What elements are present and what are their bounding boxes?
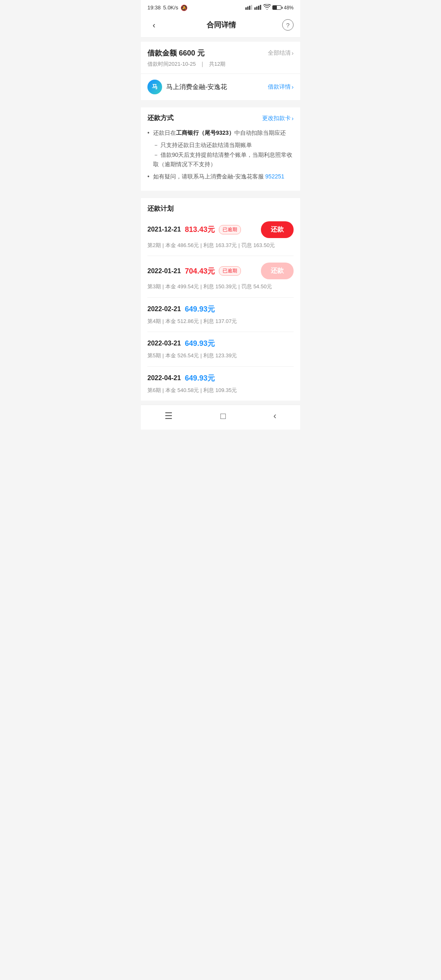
- home-icon: □: [220, 411, 226, 421]
- plan-date: 2021-12-21: [147, 226, 181, 233]
- nav-menu-button[interactable]: ☰: [165, 411, 173, 421]
- loan-detail-button[interactable]: 借款详情 ›: [268, 83, 294, 91]
- repay-method-list: 还款日在工商银行（尾号9323）中自动扣除当期应还 － 只支持还款日主动还款结清…: [147, 128, 294, 182]
- repay-button[interactable]: 还款: [261, 263, 294, 279]
- plan-date: 2022-01-21: [147, 267, 181, 275]
- svg-rect-0: [245, 7, 247, 10]
- settle-all-button[interactable]: 全部结清 ›: [268, 49, 294, 57]
- loan-summary-section: 借款金额 6600 元 全部结清 › 借款时间2021-10-25 ｜ 共12期…: [141, 42, 300, 100]
- help-button[interactable]: ?: [282, 19, 294, 31]
- nav-back-button[interactable]: ‹: [273, 411, 276, 421]
- repay-method-item-2: － 只支持还款日主动还款结清当期账单 － 借款90天后支持提前结清整个账单，当期…: [147, 140, 294, 169]
- status-left: 19:38 5.0K/s 🔕: [147, 4, 187, 11]
- svg-rect-5: [256, 7, 257, 10]
- signal-icon: [245, 4, 253, 11]
- page-title: 合同详情: [207, 20, 236, 30]
- plan-amount: 704.43元: [185, 266, 215, 276]
- settle-chevron-icon: ›: [292, 50, 294, 56]
- divider-1: [141, 104, 300, 107]
- loan-date: 借款时间2021-10-25: [147, 61, 196, 67]
- change-card-chevron-icon: ›: [292, 115, 294, 122]
- network-speed: 5.0K/s: [163, 4, 178, 11]
- status-right: 48%: [245, 4, 294, 11]
- repay-button[interactable]: 还款: [261, 221, 294, 238]
- bottom-nav: ☰ □ ‹: [141, 405, 300, 430]
- repay-method-section: 还款方式 更改扣款卡 › 还款日在工商银行（尾号9323）中自动扣除当期应还 －…: [141, 107, 300, 191]
- repay-plan-title: 还款计划: [147, 205, 294, 213]
- plan-date: 2022-03-21: [147, 340, 181, 347]
- detail-chevron-icon: ›: [292, 84, 294, 90]
- lender-row: 马 马上消费金融-安逸花 借款详情 ›: [141, 74, 300, 100]
- battery-indicator: 48%: [272, 5, 294, 11]
- plan-item: 2022-04-21649.93元第6期 | 本金 540.58元 | 利息 1…: [147, 367, 294, 401]
- plan-amount: 649.93元: [185, 339, 215, 348]
- wifi-icon: [263, 4, 271, 11]
- battery-percent: 48%: [284, 5, 294, 11]
- change-card-button[interactable]: 更改扣款卡 ›: [262, 115, 294, 122]
- repay-method-item-1: 还款日在工商银行（尾号9323）中自动扣除当期应还: [147, 128, 294, 138]
- plan-detail: 第2期 | 本金 486.56元 | 利息 163.37元 | 罚息 163.5…: [147, 241, 294, 249]
- status-bar: 19:38 5.0K/s 🔕: [141, 0, 300, 13]
- plan-item: 2022-03-21649.93元第5期 | 本金 526.54元 | 利息 1…: [147, 332, 294, 367]
- back-button[interactable]: ‹: [147, 18, 160, 31]
- svg-rect-7: [260, 5, 261, 10]
- svg-rect-6: [258, 6, 259, 10]
- plan-detail: 第3期 | 本金 499.54元 | 利息 150.39元 | 罚息 54.50…: [147, 283, 294, 291]
- plan-date: 2022-04-21: [147, 374, 181, 382]
- svg-rect-4: [254, 7, 256, 10]
- time: 19:38: [147, 4, 161, 11]
- no-notification-icon: 🔕: [180, 4, 187, 11]
- loan-amount-title: 借款金额 6600 元: [147, 48, 205, 58]
- plan-detail: 第5期 | 本金 526.54元 | 利息 123.39元: [147, 352, 294, 360]
- plan-item: 2022-01-21704.43元已逾期还款第3期 | 本金 499.54元 |…: [147, 256, 294, 298]
- plan-date: 2022-02-21: [147, 305, 181, 313]
- signal-icon-2: [254, 4, 262, 11]
- plan-detail: 第6期 | 本金 540.58元 | 利息 109.35元: [147, 386, 294, 394]
- plan-items-container: 2021-12-21813.43元已逾期还款第2期 | 本金 486.56元 |…: [147, 215, 294, 401]
- back-nav-icon: ‹: [273, 411, 276, 421]
- loan-meta: 借款时间2021-10-25 ｜ 共12期: [147, 60, 294, 68]
- plan-item: 2022-02-21649.93元第4期 | 本金 512.86元 | 利息 1…: [147, 298, 294, 332]
- bank-name: 工商银行（尾号9323）: [176, 129, 234, 136]
- loan-periods: 共12期: [209, 61, 225, 67]
- menu-icon: ☰: [165, 411, 173, 421]
- repay-method-item-3: 如有疑问，请联系马上消费金融-安逸花客服 952251: [147, 172, 294, 182]
- lender-name: 马上消费金融-安逸花: [166, 83, 227, 91]
- lender-icon: 马: [147, 80, 162, 94]
- overdue-badge: 已逾期: [219, 266, 241, 276]
- nav-home-button[interactable]: □: [220, 411, 226, 421]
- repay-method-title: 还款方式: [147, 114, 174, 122]
- plan-amount: 813.43元: [185, 225, 215, 234]
- repay-plan-section: 还款计划 2021-12-21813.43元已逾期还款第2期 | 本金 486.…: [141, 198, 300, 401]
- plan-detail: 第4期 | 本金 512.86元 | 利息 137.07元: [147, 317, 294, 325]
- svg-rect-1: [247, 7, 248, 10]
- plan-amount: 649.93元: [185, 304, 215, 314]
- svg-rect-2: [249, 6, 250, 10]
- svg-rect-3: [251, 5, 252, 10]
- customer-service-phone[interactable]: 952251: [265, 173, 285, 180]
- plan-item: 2021-12-21813.43元已逾期还款第2期 | 本金 486.56元 |…: [147, 215, 294, 256]
- top-nav: ‹ 合同详情 ?: [141, 13, 300, 38]
- overdue-badge: 已逾期: [219, 225, 241, 234]
- divider-2: [141, 195, 300, 198]
- plan-amount: 649.93元: [185, 373, 215, 383]
